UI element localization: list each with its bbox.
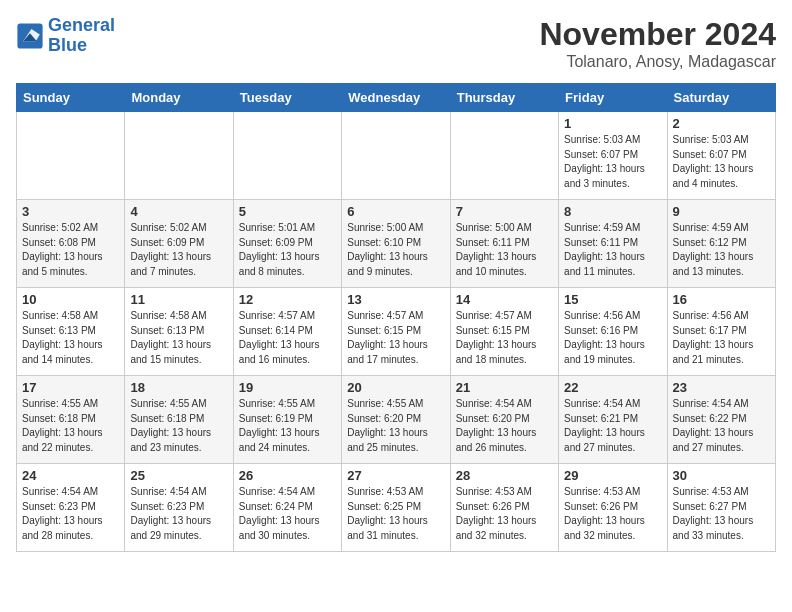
- day-info: Sunrise: 4:57 AM Sunset: 6:15 PM Dayligh…: [456, 309, 553, 367]
- day-number: 22: [564, 380, 661, 395]
- calendar-day-cell: 21Sunrise: 4:54 AM Sunset: 6:20 PM Dayli…: [450, 376, 558, 464]
- day-info: Sunrise: 4:54 AM Sunset: 6:20 PM Dayligh…: [456, 397, 553, 455]
- day-header: Saturday: [667, 84, 775, 112]
- calendar-day-cell: 22Sunrise: 4:54 AM Sunset: 6:21 PM Dayli…: [559, 376, 667, 464]
- month-title: November 2024: [539, 16, 776, 53]
- day-number: 26: [239, 468, 336, 483]
- day-info: Sunrise: 4:53 AM Sunset: 6:26 PM Dayligh…: [456, 485, 553, 543]
- location-title: Tolanaro, Anosy, Madagascar: [539, 53, 776, 71]
- calendar-day-cell: 10Sunrise: 4:58 AM Sunset: 6:13 PM Dayli…: [17, 288, 125, 376]
- day-number: 15: [564, 292, 661, 307]
- logo-line2: Blue: [48, 35, 87, 55]
- day-number: 23: [673, 380, 770, 395]
- calendar-day-cell: 1Sunrise: 5:03 AM Sunset: 6:07 PM Daylig…: [559, 112, 667, 200]
- day-info: Sunrise: 4:59 AM Sunset: 6:12 PM Dayligh…: [673, 221, 770, 279]
- calendar-day-cell: 14Sunrise: 4:57 AM Sunset: 6:15 PM Dayli…: [450, 288, 558, 376]
- day-number: 20: [347, 380, 444, 395]
- calendar-day-cell: 5Sunrise: 5:01 AM Sunset: 6:09 PM Daylig…: [233, 200, 341, 288]
- day-info: Sunrise: 5:03 AM Sunset: 6:07 PM Dayligh…: [673, 133, 770, 191]
- calendar-week-row: 3Sunrise: 5:02 AM Sunset: 6:08 PM Daylig…: [17, 200, 776, 288]
- day-info: Sunrise: 4:55 AM Sunset: 6:20 PM Dayligh…: [347, 397, 444, 455]
- calendar-day-cell: 25Sunrise: 4:54 AM Sunset: 6:23 PM Dayli…: [125, 464, 233, 552]
- calendar-day-cell: 24Sunrise: 4:54 AM Sunset: 6:23 PM Dayli…: [17, 464, 125, 552]
- day-number: 10: [22, 292, 119, 307]
- day-info: Sunrise: 4:53 AM Sunset: 6:27 PM Dayligh…: [673, 485, 770, 543]
- day-number: 21: [456, 380, 553, 395]
- day-info: Sunrise: 4:54 AM Sunset: 6:21 PM Dayligh…: [564, 397, 661, 455]
- day-number: 18: [130, 380, 227, 395]
- calendar-day-cell: 7Sunrise: 5:00 AM Sunset: 6:11 PM Daylig…: [450, 200, 558, 288]
- day-number: 4: [130, 204, 227, 219]
- calendar-day-cell: 12Sunrise: 4:57 AM Sunset: 6:14 PM Dayli…: [233, 288, 341, 376]
- logo-text: General Blue: [48, 16, 115, 56]
- day-header: Wednesday: [342, 84, 450, 112]
- calendar-day-cell: [450, 112, 558, 200]
- calendar-week-row: 24Sunrise: 4:54 AM Sunset: 6:23 PM Dayli…: [17, 464, 776, 552]
- calendar-day-cell: 23Sunrise: 4:54 AM Sunset: 6:22 PM Dayli…: [667, 376, 775, 464]
- calendar-day-cell: 28Sunrise: 4:53 AM Sunset: 6:26 PM Dayli…: [450, 464, 558, 552]
- day-header: Thursday: [450, 84, 558, 112]
- calendar-day-cell: 8Sunrise: 4:59 AM Sunset: 6:11 PM Daylig…: [559, 200, 667, 288]
- calendar-day-cell: 18Sunrise: 4:55 AM Sunset: 6:18 PM Dayli…: [125, 376, 233, 464]
- day-number: 24: [22, 468, 119, 483]
- day-info: Sunrise: 4:57 AM Sunset: 6:14 PM Dayligh…: [239, 309, 336, 367]
- day-info: Sunrise: 4:59 AM Sunset: 6:11 PM Dayligh…: [564, 221, 661, 279]
- day-info: Sunrise: 4:55 AM Sunset: 6:18 PM Dayligh…: [22, 397, 119, 455]
- day-number: 12: [239, 292, 336, 307]
- calendar-day-cell: 15Sunrise: 4:56 AM Sunset: 6:16 PM Dayli…: [559, 288, 667, 376]
- day-number: 30: [673, 468, 770, 483]
- calendar-day-cell: 11Sunrise: 4:58 AM Sunset: 6:13 PM Dayli…: [125, 288, 233, 376]
- day-info: Sunrise: 5:01 AM Sunset: 6:09 PM Dayligh…: [239, 221, 336, 279]
- calendar-body: 1Sunrise: 5:03 AM Sunset: 6:07 PM Daylig…: [17, 112, 776, 552]
- day-header: Monday: [125, 84, 233, 112]
- day-number: 6: [347, 204, 444, 219]
- day-info: Sunrise: 4:57 AM Sunset: 6:15 PM Dayligh…: [347, 309, 444, 367]
- day-header: Sunday: [17, 84, 125, 112]
- day-number: 9: [673, 204, 770, 219]
- logo: General Blue: [16, 16, 115, 56]
- calendar-day-cell: 4Sunrise: 5:02 AM Sunset: 6:09 PM Daylig…: [125, 200, 233, 288]
- day-info: Sunrise: 4:56 AM Sunset: 6:16 PM Dayligh…: [564, 309, 661, 367]
- day-info: Sunrise: 5:00 AM Sunset: 6:11 PM Dayligh…: [456, 221, 553, 279]
- day-number: 25: [130, 468, 227, 483]
- day-info: Sunrise: 5:00 AM Sunset: 6:10 PM Dayligh…: [347, 221, 444, 279]
- calendar-day-cell: 20Sunrise: 4:55 AM Sunset: 6:20 PM Dayli…: [342, 376, 450, 464]
- day-info: Sunrise: 4:54 AM Sunset: 6:24 PM Dayligh…: [239, 485, 336, 543]
- day-number: 19: [239, 380, 336, 395]
- calendar-day-cell: 30Sunrise: 4:53 AM Sunset: 6:27 PM Dayli…: [667, 464, 775, 552]
- header: General Blue November 2024 Tolanaro, Ano…: [16, 16, 776, 71]
- calendar-day-cell: 19Sunrise: 4:55 AM Sunset: 6:19 PM Dayli…: [233, 376, 341, 464]
- day-info: Sunrise: 4:58 AM Sunset: 6:13 PM Dayligh…: [22, 309, 119, 367]
- calendar-day-cell: [342, 112, 450, 200]
- day-number: 1: [564, 116, 661, 131]
- calendar-day-cell: 3Sunrise: 5:02 AM Sunset: 6:08 PM Daylig…: [17, 200, 125, 288]
- day-info: Sunrise: 5:03 AM Sunset: 6:07 PM Dayligh…: [564, 133, 661, 191]
- calendar-day-cell: [17, 112, 125, 200]
- day-info: Sunrise: 4:54 AM Sunset: 6:23 PM Dayligh…: [130, 485, 227, 543]
- day-info: Sunrise: 4:54 AM Sunset: 6:23 PM Dayligh…: [22, 485, 119, 543]
- calendar-day-cell: 16Sunrise: 4:56 AM Sunset: 6:17 PM Dayli…: [667, 288, 775, 376]
- calendar-day-cell: 13Sunrise: 4:57 AM Sunset: 6:15 PM Dayli…: [342, 288, 450, 376]
- day-info: Sunrise: 4:53 AM Sunset: 6:25 PM Dayligh…: [347, 485, 444, 543]
- calendar-week-row: 10Sunrise: 4:58 AM Sunset: 6:13 PM Dayli…: [17, 288, 776, 376]
- calendar-week-row: 17Sunrise: 4:55 AM Sunset: 6:18 PM Dayli…: [17, 376, 776, 464]
- day-number: 17: [22, 380, 119, 395]
- day-info: Sunrise: 4:53 AM Sunset: 6:26 PM Dayligh…: [564, 485, 661, 543]
- day-number: 7: [456, 204, 553, 219]
- day-number: 5: [239, 204, 336, 219]
- day-number: 2: [673, 116, 770, 131]
- day-number: 13: [347, 292, 444, 307]
- logo-icon: [16, 22, 44, 50]
- calendar-day-cell: 2Sunrise: 5:03 AM Sunset: 6:07 PM Daylig…: [667, 112, 775, 200]
- calendar-day-cell: [125, 112, 233, 200]
- calendar-day-cell: 17Sunrise: 4:55 AM Sunset: 6:18 PM Dayli…: [17, 376, 125, 464]
- day-number: 27: [347, 468, 444, 483]
- day-info: Sunrise: 4:54 AM Sunset: 6:22 PM Dayligh…: [673, 397, 770, 455]
- day-number: 8: [564, 204, 661, 219]
- calendar-day-cell: 26Sunrise: 4:54 AM Sunset: 6:24 PM Dayli…: [233, 464, 341, 552]
- day-number: 3: [22, 204, 119, 219]
- header-row: SundayMondayTuesdayWednesdayThursdayFrid…: [17, 84, 776, 112]
- day-info: Sunrise: 5:02 AM Sunset: 6:08 PM Dayligh…: [22, 221, 119, 279]
- calendar-day-cell: 27Sunrise: 4:53 AM Sunset: 6:25 PM Dayli…: [342, 464, 450, 552]
- day-number: 14: [456, 292, 553, 307]
